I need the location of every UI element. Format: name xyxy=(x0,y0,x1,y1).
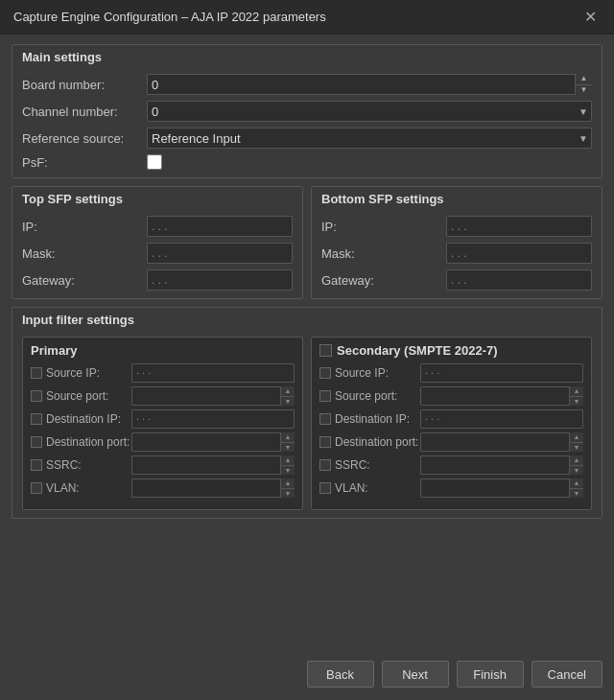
secondary-ssrc-up[interactable]: ▲ xyxy=(570,455,583,466)
primary-source-ip-label-wrapper: Source IP: xyxy=(31,366,131,380)
reference-source-select[interactable]: Reference Input Free Run Internal xyxy=(147,128,592,149)
secondary-source-port-input[interactable] xyxy=(420,386,583,406)
secondary-ssrc-input[interactable] xyxy=(420,455,583,475)
primary-source-ip-input[interactable]: . . . xyxy=(131,363,295,383)
primary-dest-ip-input[interactable]: . . . xyxy=(131,409,295,429)
bottom-sfp-section: Bottom SFP settings IP: . . . Mask: . . … xyxy=(311,186,602,299)
primary-dest-port-label-wrapper: Destination port: xyxy=(31,435,131,449)
bottom-ip-label: IP: xyxy=(321,220,446,234)
primary-source-port-up[interactable]: ▲ xyxy=(281,386,295,397)
primary-label: Primary xyxy=(31,343,77,358)
psf-row: PsF: xyxy=(22,154,592,170)
secondary-vlan-row: VLAN: ▲ ▼ xyxy=(319,478,583,498)
secondary-ssrc-checkbox[interactable] xyxy=(319,459,331,471)
top-mask-input[interactable]: . . . xyxy=(147,243,293,264)
primary-dest-port-input[interactable] xyxy=(131,432,295,452)
primary-dest-ip-label: Destination IP: xyxy=(46,412,121,426)
secondary-vlan-label: VLAN: xyxy=(335,481,368,495)
primary-ssrc-spinbox: ▲ ▼ xyxy=(131,455,295,475)
primary-source-port-label-wrapper: Source port: xyxy=(31,389,131,403)
primary-vlan-spinbox: ▲ ▼ xyxy=(131,478,295,498)
primary-source-ip-checkbox[interactable] xyxy=(31,367,42,379)
secondary-ssrc-spinbox: ▲ ▼ xyxy=(420,455,583,475)
cancel-button[interactable]: Cancel xyxy=(531,661,602,688)
top-gateway-input[interactable]: . . . xyxy=(147,269,293,291)
primary-source-port-input[interactable] xyxy=(131,386,295,406)
secondary-source-port-down[interactable]: ▼ xyxy=(570,397,583,407)
input-filter-section: Input filter settings Primary Source IP:… xyxy=(12,307,602,519)
window-title: Capture Engine Configuration – AJA IP 20… xyxy=(13,10,326,24)
primary-source-port-down[interactable]: ▼ xyxy=(281,397,295,407)
primary-source-port-checkbox[interactable] xyxy=(31,390,42,402)
secondary-vlan-spinbox: ▲ ▼ xyxy=(420,478,583,498)
secondary-source-port-up[interactable]: ▲ xyxy=(570,386,583,397)
sfp-row: Top SFP settings IP: . . . Mask: . . . G… xyxy=(12,186,602,299)
primary-vlan-row: VLAN: ▲ ▼ xyxy=(31,478,295,498)
secondary-ssrc-row: SSRC: ▲ ▼ xyxy=(319,455,583,475)
primary-ssrc-row: SSRC: ▲ ▼ xyxy=(31,455,295,475)
secondary-source-ip-checkbox[interactable] xyxy=(319,367,331,379)
primary-ssrc-checkbox[interactable] xyxy=(31,459,42,471)
secondary-dest-port-label: Destination port: xyxy=(335,435,418,449)
secondary-dest-ip-checkbox[interactable] xyxy=(319,413,331,425)
primary-vlan-checkbox[interactable] xyxy=(31,482,42,494)
bottom-mask-input[interactable]: . . . xyxy=(446,243,592,264)
top-gateway-row: Gateway: . . . xyxy=(22,269,293,291)
psf-checkbox[interactable] xyxy=(147,154,162,170)
secondary-source-port-spinbox: ▲ ▼ xyxy=(420,386,583,406)
board-number-up[interactable]: ▲ xyxy=(576,74,592,85)
secondary-dest-port-down[interactable]: ▼ xyxy=(570,443,583,453)
primary-ssrc-label-wrapper: SSRC: xyxy=(31,458,131,472)
secondary-source-ip-label: Source IP: xyxy=(335,366,389,380)
next-button[interactable]: Next xyxy=(382,661,449,688)
secondary-dest-port-checkbox[interactable] xyxy=(319,436,331,448)
primary-dest-port-checkbox[interactable] xyxy=(31,436,42,448)
primary-dest-port-spin-btns: ▲ ▼ xyxy=(280,432,295,452)
top-ip-input[interactable]: . . . xyxy=(147,216,293,237)
bottom-ip-input[interactable]: . . . xyxy=(446,216,592,237)
reference-source-label: Reference source: xyxy=(22,131,147,146)
back-button[interactable]: Back xyxy=(307,661,374,688)
secondary-source-port-label: Source port: xyxy=(335,389,397,403)
main-settings-section: Main settings Board number: ▲ ▼ Channel … xyxy=(12,44,602,178)
close-button[interactable]: ✕ xyxy=(580,8,601,26)
secondary-dest-ip-input[interactable]: . . . xyxy=(420,409,583,429)
filter-panels-row: Primary Source IP: . . . Source port: xyxy=(22,337,592,510)
title-bar: Capture Engine Configuration – AJA IP 20… xyxy=(0,0,614,35)
board-number-down[interactable]: ▼ xyxy=(576,85,592,96)
secondary-source-ip-label-wrapper: Source IP: xyxy=(319,366,420,380)
secondary-label: Secondary (SMPTE 2022-7) xyxy=(337,343,498,358)
top-ip-label: IP: xyxy=(22,220,147,234)
finish-button[interactable]: Finish xyxy=(457,661,524,688)
secondary-vlan-down[interactable]: ▼ xyxy=(570,489,583,499)
secondary-enable-checkbox[interactable] xyxy=(319,344,332,357)
secondary-vlan-checkbox[interactable] xyxy=(319,482,331,494)
bottom-mask-label: Mask: xyxy=(321,246,446,261)
primary-vlan-up[interactable]: ▲ xyxy=(281,478,295,489)
primary-vlan-input[interactable] xyxy=(131,478,295,498)
channel-number-select[interactable]: 0 1 2 xyxy=(147,101,592,122)
primary-dest-ip-checkbox[interactable] xyxy=(31,413,42,425)
bottom-gateway-input[interactable]: . . . xyxy=(446,269,592,291)
board-number-spinbox: ▲ ▼ xyxy=(575,74,592,95)
secondary-dest-port-input[interactable] xyxy=(420,432,583,452)
secondary-ssrc-down[interactable]: ▼ xyxy=(570,466,583,476)
primary-source-port-spinbox: ▲ ▼ xyxy=(131,386,295,406)
primary-dest-port-label: Destination port: xyxy=(46,435,130,449)
primary-ssrc-down[interactable]: ▼ xyxy=(281,466,295,476)
primary-ssrc-input[interactable] xyxy=(131,455,295,475)
primary-vlan-down[interactable]: ▼ xyxy=(281,489,295,499)
secondary-dest-port-up[interactable]: ▲ xyxy=(570,432,583,443)
secondary-filter-panel: Secondary (SMPTE 2022-7) Source IP: . . … xyxy=(311,337,592,510)
primary-dest-port-up[interactable]: ▲ xyxy=(281,432,295,443)
secondary-source-port-checkbox[interactable] xyxy=(319,390,331,402)
top-mask-row: Mask: . . . xyxy=(22,243,293,264)
secondary-dest-ip-label: Destination IP: xyxy=(335,412,410,426)
secondary-vlan-up[interactable]: ▲ xyxy=(570,478,583,489)
secondary-vlan-input[interactable] xyxy=(420,478,583,498)
primary-dest-port-down[interactable]: ▼ xyxy=(281,443,295,453)
secondary-source-ip-input[interactable]: . . . xyxy=(420,363,583,383)
psf-label: PsF: xyxy=(22,155,147,170)
primary-ssrc-up[interactable]: ▲ xyxy=(281,455,295,466)
board-number-input[interactable] xyxy=(147,74,592,95)
